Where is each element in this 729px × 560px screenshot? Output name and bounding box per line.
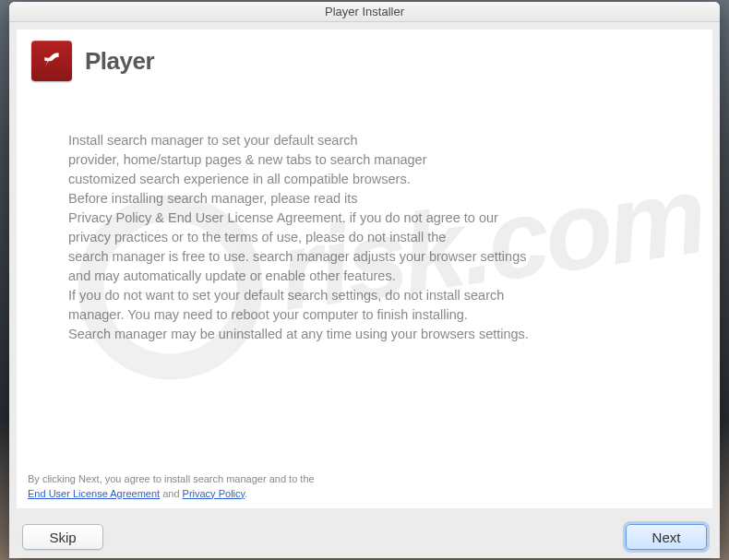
- button-row: Skip Next: [9, 516, 720, 558]
- flash-logo-icon: [31, 41, 72, 81]
- body-line: If you do not want to set your default s…: [68, 286, 661, 305]
- body-line: privacy practices or to the terms of use…: [68, 228, 661, 247]
- footer-prefix: By clicking Next, you agree to install s…: [28, 473, 315, 484]
- body-text: Install search manager to set your defau…: [17, 96, 712, 469]
- privacy-link[interactable]: Privacy Policy: [183, 488, 245, 499]
- body-line: Install search manager to set your defau…: [68, 131, 661, 150]
- window-titlebar: Player Installer: [9, 2, 720, 22]
- content-panel: risk.com Player Install search manager t…: [17, 30, 712, 508]
- footer-suffix: .: [245, 488, 247, 499]
- window-title: Player Installer: [325, 5, 404, 18]
- body-line: search manager is free to use. search ma…: [68, 247, 661, 267]
- footer-note: By clicking Next, you agree to install s…: [17, 469, 712, 508]
- app-name: Player: [85, 47, 154, 76]
- header: Player: [17, 30, 712, 96]
- body-line: Before installing search manager, please…: [68, 189, 661, 209]
- body-line: customized search experience in all comp…: [68, 170, 661, 189]
- body-line: manager. You may need to reboot your com…: [68, 305, 661, 325]
- eula-link[interactable]: End User License Agreement: [28, 488, 160, 499]
- body-line: Search manager may be uninstalled at any…: [68, 325, 661, 344]
- skip-button[interactable]: Skip: [22, 524, 103, 550]
- installer-window: Player Installer risk.com Player Install…: [9, 2, 720, 558]
- next-button[interactable]: Next: [626, 524, 707, 550]
- body-line: provider, home/startup pages & new tabs …: [68, 150, 661, 170]
- footer-and: and: [160, 488, 182, 499]
- body-line: and may automatically update or enable o…: [68, 267, 661, 286]
- body-line: Privacy Policy & End User License Agreem…: [68, 209, 661, 228]
